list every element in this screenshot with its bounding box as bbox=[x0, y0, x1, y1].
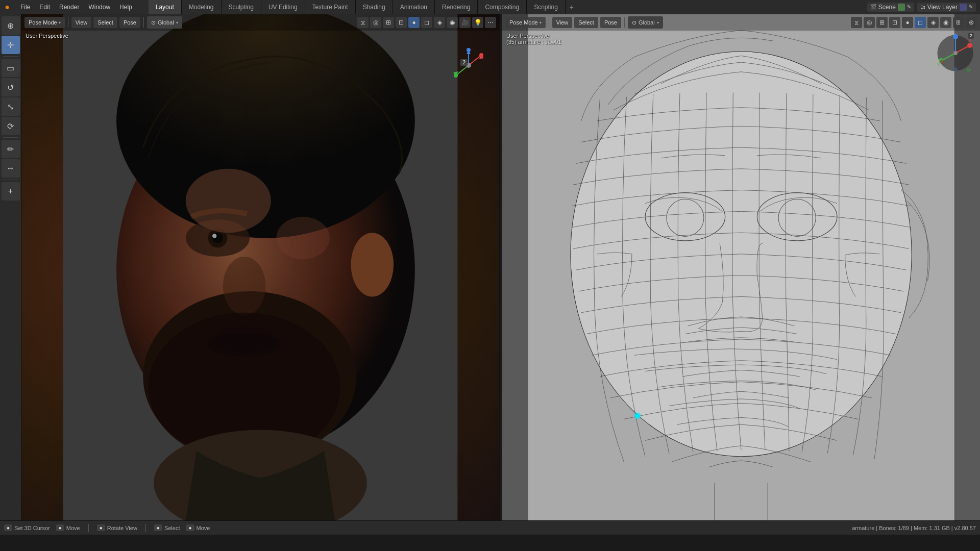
tool-transform[interactable]: ⟳ bbox=[2, 117, 20, 135]
blender-logo: ● bbox=[0, 0, 14, 14]
orientation-arrow: ▾ bbox=[176, 20, 178, 25]
svg-text:Y: Y bbox=[937, 62, 940, 67]
rotate-label: Rotate View bbox=[107, 525, 137, 531]
vp-right-shading-solid[interactable]: ● bbox=[902, 17, 913, 28]
nav-gizmo-right[interactable]: X Y Z 2 bbox=[935, 33, 976, 73]
face-svg bbox=[21, 14, 499, 520]
status-rotate: ● Rotate View bbox=[97, 524, 137, 531]
vp-left-light[interactable]: 💡 bbox=[472, 17, 483, 28]
vp-right-sep1 bbox=[549, 17, 549, 28]
vp-left-shading-solid[interactable]: ● bbox=[408, 17, 420, 28]
vp-right-right-tools: ⧖ ◎ ⊞ ⊡ ● ◻ ◈ ◉ 🗎 ⊛ bbox=[851, 17, 977, 28]
vp-right-view[interactable]: View bbox=[552, 17, 573, 28]
face-render-left[interactable] bbox=[21, 14, 499, 520]
vp-left-snap-icon[interactable]: ⧖ bbox=[357, 17, 369, 28]
tab-compositing[interactable]: Compositing bbox=[478, 0, 527, 14]
vp-left-tool1[interactable]: ⊞ bbox=[383, 17, 394, 28]
tool-rotate[interactable]: ↺ bbox=[2, 78, 20, 96]
vp-left-orientation[interactable]: ⊙ Global ▾ bbox=[147, 16, 182, 29]
tab-rendering[interactable]: Rendering bbox=[435, 0, 478, 14]
vp-right-proportional[interactable]: ◎ bbox=[864, 17, 875, 28]
menu-help[interactable]: Help bbox=[115, 3, 136, 12]
wireframe-svg bbox=[502, 14, 980, 520]
tab-texture-paint[interactable]: Texture Paint bbox=[305, 0, 356, 14]
scene-label: Scene bbox=[878, 4, 896, 11]
bone-indicator bbox=[635, 413, 640, 418]
vp-left-pose[interactable]: Pose bbox=[119, 17, 140, 28]
vp-left-tool2[interactable]: ⊡ bbox=[396, 17, 407, 28]
viewport-right[interactable]: Pose Mode ▾ View Select Pose ⊙ Global ▾ … bbox=[502, 14, 980, 520]
scene-icon: 🎬 bbox=[870, 4, 876, 10]
vp-right-tool1[interactable]: ⊞ bbox=[876, 17, 888, 28]
vp-right-mode-dropdown[interactable]: Pose Mode ▾ bbox=[505, 17, 546, 28]
vp-right-mode-arrow: ▾ bbox=[540, 20, 542, 25]
vp-left-camera[interactable]: 🎥 bbox=[459, 17, 471, 28]
svg-text:Z: Z bbox=[954, 33, 957, 36]
status-bar: ● Set 3D Cursor ● Move ● Rotate View ● S… bbox=[0, 520, 980, 535]
transform-gizmo-left bbox=[448, 45, 489, 87]
scene-color-swatch bbox=[898, 4, 905, 11]
scene-edit-icon: ✎ bbox=[907, 4, 911, 10]
tab-modeling[interactable]: Modeling bbox=[182, 0, 222, 14]
tool-measure[interactable]: ↔ bbox=[2, 159, 20, 178]
tool-move[interactable]: ✛ bbox=[2, 36, 20, 54]
tool-separator-2 bbox=[3, 137, 18, 138]
vp-right-orientation-label: Global bbox=[639, 19, 655, 26]
main-area: ⊕ ✛ ▭ ↺ ⤡ ⟳ ✏ ↔ + Pose Mode ▾ View Selec… bbox=[0, 14, 980, 520]
scene-selector[interactable]: 🎬 Scene ✎ bbox=[867, 3, 914, 12]
tool-add[interactable]: + bbox=[2, 182, 20, 201]
orientation-icon: ⊙ bbox=[151, 19, 156, 26]
vp-left-shading-material[interactable]: ◈ bbox=[434, 17, 445, 28]
tool-select-box[interactable]: ▭ bbox=[2, 59, 20, 77]
tool-annotate[interactable]: ✏ bbox=[2, 140, 20, 158]
vp-right-orientation-icon: ⊙ bbox=[632, 19, 636, 26]
status-info: armature | Bones: 1/89 | Mem: 1.31 GB | … bbox=[852, 525, 976, 531]
tab-uv-editing[interactable]: UV Editing bbox=[261, 0, 305, 14]
vp-left-sep2 bbox=[143, 17, 144, 28]
vp-left-select[interactable]: Select bbox=[93, 17, 117, 28]
vp-right-shading-render[interactable]: ◉ bbox=[940, 17, 951, 28]
menu-file[interactable]: File bbox=[16, 3, 34, 12]
perspective-label-right: User Perspective bbox=[506, 33, 561, 39]
svg-point-25 bbox=[467, 48, 471, 52]
tab-shading[interactable]: Shading bbox=[356, 0, 393, 14]
menu-window[interactable]: Window bbox=[84, 3, 114, 12]
vp-right-snap[interactable]: ⧖ bbox=[851, 17, 862, 28]
viewport-left[interactable]: Pose Mode ▾ View Select Pose ⊙ Global ▾ … bbox=[21, 14, 500, 520]
status-sep1 bbox=[88, 524, 89, 532]
tool-cursor[interactable]: ⊕ bbox=[2, 16, 20, 35]
menu-render[interactable]: Render bbox=[55, 3, 83, 12]
select-label: Select bbox=[164, 525, 180, 531]
view-layer-selector[interactable]: 🗂 View Layer ✎ bbox=[917, 3, 976, 12]
vp-left-right-tools: ⧖ ◎ ⊞ ⊡ ● ◻ ◈ ◉ 🎥 💡 ⋯ bbox=[357, 17, 496, 28]
nav-gizmo-svg: X Y Z bbox=[935, 33, 976, 73]
svg-point-24 bbox=[454, 73, 458, 78]
vp-right-overlay[interactable]: 🗎 bbox=[953, 17, 964, 28]
menu-edit[interactable]: Edit bbox=[35, 3, 54, 12]
vp-left-shading-render[interactable]: ◉ bbox=[447, 17, 458, 28]
status-cursor: ● Set 3D Cursor bbox=[4, 524, 50, 531]
vp-left-mode-dropdown[interactable]: Pose Mode ▾ bbox=[24, 17, 65, 28]
tool-scale[interactable]: ⤡ bbox=[2, 97, 20, 116]
tab-sculpting[interactable]: Sculpting bbox=[222, 0, 261, 14]
tab-layout[interactable]: Layout bbox=[149, 0, 182, 14]
vp-right-pose[interactable]: Pose bbox=[600, 17, 621, 28]
status-sep2 bbox=[145, 524, 146, 532]
viewport-right-header: Pose Mode ▾ View Select Pose ⊙ Global ▾ … bbox=[502, 14, 980, 31]
vp-right-orientation[interactable]: ⊙ Global ▾ bbox=[628, 16, 663, 29]
svg-point-11 bbox=[186, 169, 271, 233]
vp-left-proportional-icon[interactable]: ◎ bbox=[370, 17, 381, 28]
add-workspace-button[interactable]: + bbox=[566, 0, 578, 14]
vp-right-shading-material[interactable]: ◈ bbox=[927, 17, 939, 28]
vp-right-select[interactable]: Select bbox=[574, 17, 598, 28]
tab-scripting[interactable]: Scripting bbox=[527, 0, 566, 14]
vp-left-view[interactable]: View bbox=[71, 17, 92, 28]
vp-left-scene[interactable]: ⋯ bbox=[485, 17, 496, 28]
vp-right-shading-wire[interactable]: ◻ bbox=[915, 17, 926, 28]
tab-animation[interactable]: Animation bbox=[393, 0, 435, 14]
vp-right-orientation-arrow: ▾ bbox=[657, 20, 659, 25]
vp-right-tool2[interactable]: ⊡ bbox=[889, 17, 900, 28]
vp-left-shading-wire[interactable]: ◻ bbox=[421, 17, 432, 28]
vp-right-xray[interactable]: ⊛ bbox=[966, 17, 977, 28]
cursor-label: Set 3D Cursor bbox=[14, 525, 50, 531]
